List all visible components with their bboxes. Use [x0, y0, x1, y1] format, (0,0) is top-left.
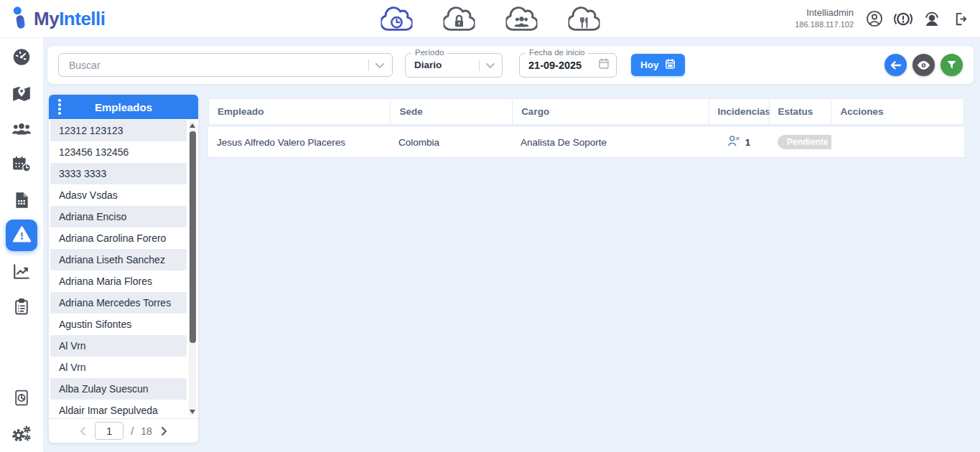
cell-estatus: Pendiente [769, 135, 831, 149]
sidebar-item-schedules[interactable] [11, 155, 32, 176]
kebab-menu-icon[interactable] [58, 99, 61, 115]
separator [479, 60, 480, 71]
scroll-down-arrow[interactable] [190, 410, 195, 414]
chevron-down-icon[interactable] [375, 59, 385, 72]
start-date-value: 21-09-2025 [528, 60, 598, 71]
employee-list-item[interactable]: Adriana Carolina Forero [50, 227, 187, 249]
employee-list-item[interactable]: Adasv Vsdas [50, 184, 187, 206]
app-root: MyIntelli [0, 0, 980, 452]
logo[interactable]: MyIntelli [0, 6, 106, 32]
period-select[interactable]: Período Diario [405, 53, 503, 77]
employee-list-item[interactable]: Al Vrn [50, 357, 187, 378]
today-button[interactable]: Hoy [631, 54, 685, 76]
calendar-clock-icon [11, 155, 32, 176]
status-badge: Pendiente [778, 135, 831, 149]
scroll-up-arrow[interactable] [190, 123, 195, 128]
employee-list-item[interactable]: Adriana Maria Flores [50, 270, 187, 292]
employees-panel: Empleados 12312 123123 123456 132456 333… [49, 95, 198, 443]
map-pin-icon [12, 84, 32, 106]
user-name: Intelliadmin [795, 7, 854, 19]
sidebar-item-records[interactable] [12, 191, 31, 212]
calendar-icon[interactable] [598, 57, 610, 72]
list-scrollbar[interactable] [189, 121, 196, 416]
employee-list-item[interactable]: Adriana Liseth Sanchez [50, 249, 187, 270]
people-icon [11, 119, 32, 142]
incidencias-count: 1 [745, 137, 751, 148]
search-combobox[interactable] [58, 53, 393, 77]
sidebar-item-reports-chart[interactable] [12, 262, 31, 283]
file-grid-icon [12, 191, 31, 212]
page-input[interactable] [95, 422, 123, 440]
separator [368, 60, 369, 71]
sidebar-item-report-doc[interactable] [13, 389, 31, 410]
warning-triangle-icon [12, 225, 32, 247]
column-header-incidencias[interactable]: Incidencias [709, 99, 769, 124]
support-icon[interactable] [923, 9, 941, 28]
logout-icon[interactable] [951, 9, 970, 28]
previous-page-button[interactable] [78, 425, 88, 438]
sidebar-item-incidents[interactable] [6, 220, 37, 251]
employee-list-item[interactable]: Adriana Enciso [50, 206, 187, 227]
profile-icon[interactable] [865, 9, 884, 28]
next-page-button[interactable] [159, 425, 169, 438]
module-cloud-people[interactable] [505, 5, 538, 32]
gauge-icon [12, 47, 32, 70]
back-button[interactable] [885, 54, 907, 76]
module-switcher [380, 0, 600, 37]
sidebar-item-tasks[interactable] [13, 298, 31, 319]
calendar-icon [665, 58, 676, 72]
employee-list-item[interactable]: 123456 132456 [50, 141, 187, 163]
user-info: Intelliadmin 186.188.117.102 [795, 7, 854, 29]
report-pie-icon [13, 389, 31, 410]
period-value: Diario [414, 60, 475, 70]
chevron-down-icon[interactable] [485, 59, 495, 72]
visibility-button[interactable] [913, 54, 935, 76]
user-area: Intelliadmin 186.188.117.102 [795, 7, 980, 29]
filter-bar: Período Diario Fecha de inicio 21-09-202… [47, 46, 974, 84]
list-pagination: / 18 [49, 418, 198, 443]
module-cloud-lock[interactable] [442, 5, 475, 32]
sidebar-item-settings[interactable] [11, 424, 32, 446]
employee-list-item[interactable]: 3333 3333 [50, 163, 187, 184]
sidebar-item-employees[interactable] [11, 119, 32, 142]
incidents-table: Empleado Sede Cargo Incidencias Estatus … [208, 98, 964, 157]
brand-icon [11, 6, 29, 32]
sidebar [0, 37, 43, 452]
filter-button[interactable] [941, 54, 963, 76]
employee-list-item[interactable]: Adriana Mercedes Torres [50, 292, 187, 314]
sidebar-item-dashboard[interactable] [12, 47, 32, 70]
brand-name: MyIntelli [34, 8, 106, 30]
cell-sede: Colombia [390, 137, 512, 148]
line-chart-icon [12, 262, 31, 283]
total-pages: 18 [141, 425, 152, 437]
column-header-cargo[interactable]: Cargo [512, 99, 708, 124]
column-header-estatus[interactable]: Estatus [769, 99, 831, 124]
employee-list: 12312 123123 123456 132456 3333 3333 Ada… [49, 119, 198, 418]
sidebar-item-map[interactable] [12, 84, 32, 106]
column-header-acciones[interactable]: Acciones [831, 99, 963, 124]
top-bar: MyIntelli [0, 0, 980, 37]
employee-list-item[interactable]: Al Vrn [50, 335, 187, 357]
page-separator: / [131, 425, 134, 437]
start-date-label: Fecha de inicio [526, 48, 588, 57]
start-date-field[interactable]: Fecha de inicio 21-09-2025 [519, 53, 617, 77]
search-input[interactable] [69, 60, 364, 71]
module-cloud-utensils[interactable] [567, 5, 600, 32]
employee-list-item[interactable]: Aldair Imar Sepulveda [50, 400, 187, 418]
alert-icon[interactable] [894, 9, 913, 28]
main-content: Período Diario Fecha de inicio 21-09-202… [43, 37, 980, 452]
table-row[interactable]: Jesus Alfredo Valero Placeres Colombia A… [208, 127, 964, 157]
column-header-empleado[interactable]: Empleado [209, 99, 390, 124]
table-header: Empleado Sede Cargo Incidencias Estatus … [208, 98, 964, 125]
employee-list-item[interactable]: Alba Zulay Suescun [50, 378, 187, 400]
module-cloud-clock[interactable] [380, 5, 413, 32]
cell-cargo: Analista De Soporte [512, 137, 709, 148]
employee-list-item[interactable]: Agustin Sifontes [50, 314, 187, 335]
employees-panel-header: Empleados [49, 95, 198, 119]
employee-list-item[interactable]: 12312 123123 [50, 120, 187, 141]
employees-panel-title: Empleados [49, 101, 198, 113]
scrollbar-thumb[interactable] [190, 131, 196, 343]
today-button-label: Hoy [640, 60, 659, 70]
person-x-icon [727, 135, 741, 149]
column-header-sede[interactable]: Sede [390, 99, 512, 124]
